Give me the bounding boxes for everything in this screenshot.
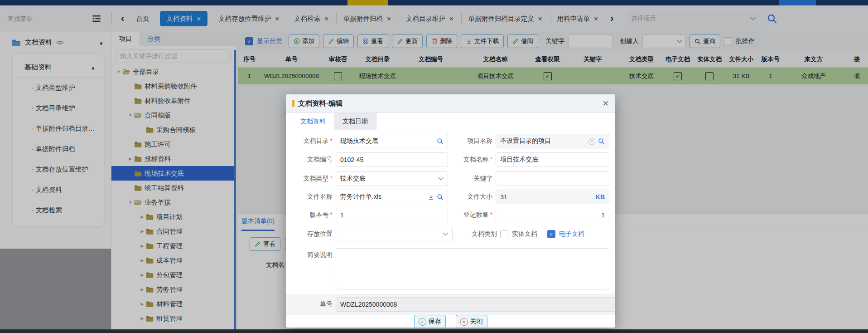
chevron-down-icon [442, 232, 448, 236]
dialog-tabs: 文档资料 文档日期 [286, 113, 615, 130]
keyword-field-input[interactable] [496, 171, 609, 186]
search-icon[interactable] [437, 194, 444, 201]
tab-doc-info[interactable]: 文档资料 [292, 113, 334, 130]
location-label: 存放位置 [292, 230, 336, 238]
doc-name-label: 文档名称* [448, 156, 496, 164]
app-window: ‹ 首页文档资料✕文档存放位置维护✕文档检索✕单据附件归档✕文档目录维护✕单据附… [0, 0, 868, 333]
form-row-5: 版本号* 1 登记数量* 1 [292, 208, 609, 222]
form-row-2: 文档编号 0102-45 文档名称* 项目技术交底 [292, 152, 609, 167]
save-button[interactable]: ✓ 保存 [414, 315, 446, 328]
version-label: 版本号* [292, 211, 336, 219]
electronic-doc-label: 电子文档 [559, 230, 584, 238]
form-row-6: 存放位置 文档类别 实体文档 ✓ 电子文档 [292, 227, 609, 241]
doc-dir-label: 文档目录* [292, 137, 336, 145]
edit-dialog: 文档资料-编辑 ✕ 文档资料 文档日期 文档目录* 现场技术交底 项目名称 不设… [286, 94, 615, 328]
form-row-4: 文件名称 劳务计件单.xls 文件大小 31 KB [292, 190, 609, 204]
physical-doc-label: 实体文档 [512, 230, 537, 238]
project-label: 项目名称 [448, 137, 496, 145]
doc-no-label: 文档编号 [292, 156, 336, 164]
close-icon[interactable]: ✕ [603, 99, 609, 108]
title-flag [292, 100, 294, 107]
form-row-desc: 简要说明 [292, 248, 609, 289]
file-size-label: 文件大小 [448, 193, 496, 201]
form-row-3: 文档类型* 技术交底 关键字 [292, 171, 609, 186]
version-input[interactable]: 1 [336, 208, 448, 222]
dialog-header: 文档资料-编辑 ✕ [286, 94, 615, 113]
keyword-field-label: 关键字 [448, 175, 496, 183]
clear-icon[interactable]: ✕ [588, 138, 595, 145]
file-size-input: 31 KB [496, 190, 609, 204]
search-icon[interactable] [598, 138, 605, 145]
close-button[interactable]: ✕ 关闭 [456, 315, 487, 328]
location-select[interactable] [336, 227, 453, 241]
tab-doc-date[interactable]: 文档日期 [334, 113, 376, 130]
category-options: 实体文档 ✓ 电子文档 [500, 230, 609, 238]
qty-input[interactable]: 1 [496, 208, 609, 222]
project-input[interactable]: 不设置目录的项目 ✕ [496, 134, 609, 148]
category-label: 文档类别 [453, 230, 500, 238]
file-name-label: 文件名称 [292, 193, 336, 201]
doc-type-select[interactable]: 技术交底 [336, 171, 448, 186]
download-icon[interactable] [428, 194, 434, 200]
dialog-title: 文档资料-编辑 [298, 99, 342, 108]
desc-textarea[interactable] [336, 248, 609, 289]
bill-no-input: WDZL20250000008 [336, 297, 615, 312]
qty-label: 登记数量* [448, 211, 496, 219]
physical-doc-checkbox[interactable] [500, 230, 508, 238]
dialog-footer: ✓ 保存 ✕ 关闭 [286, 315, 615, 328]
bill-no-band: 单号 WDZL20250000008 [286, 294, 615, 315]
search-icon[interactable] [437, 138, 444, 145]
x-circle-icon: ✕ [460, 318, 468, 326]
bill-no-label: 单号 [292, 300, 336, 309]
desc-label: 简要说明 [292, 248, 336, 289]
electronic-doc-checkbox[interactable]: ✓ [547, 230, 555, 238]
file-size-unit: KB [596, 193, 605, 201]
doc-no-input[interactable]: 0102-45 [336, 152, 448, 167]
doc-type-label: 文档类型* [292, 175, 336, 183]
check-circle-icon: ✓ [419, 318, 426, 326]
chevron-down-icon [438, 177, 444, 181]
form-row-1: 文档目录* 现场技术交底 项目名称 不设置目录的项目 ✕ [292, 134, 609, 148]
doc-dir-input[interactable]: 现场技术交底 [336, 134, 448, 148]
doc-name-input[interactable]: 项目技术交底 [496, 152, 609, 167]
file-name-input[interactable]: 劳务计件单.xls [336, 190, 448, 204]
